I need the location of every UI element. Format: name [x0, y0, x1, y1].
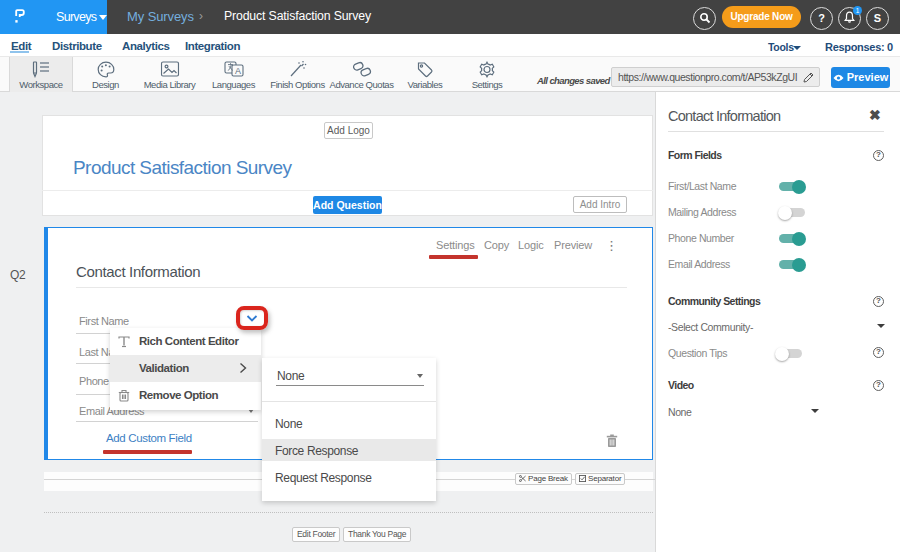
- svg-text:A: A: [235, 66, 241, 76]
